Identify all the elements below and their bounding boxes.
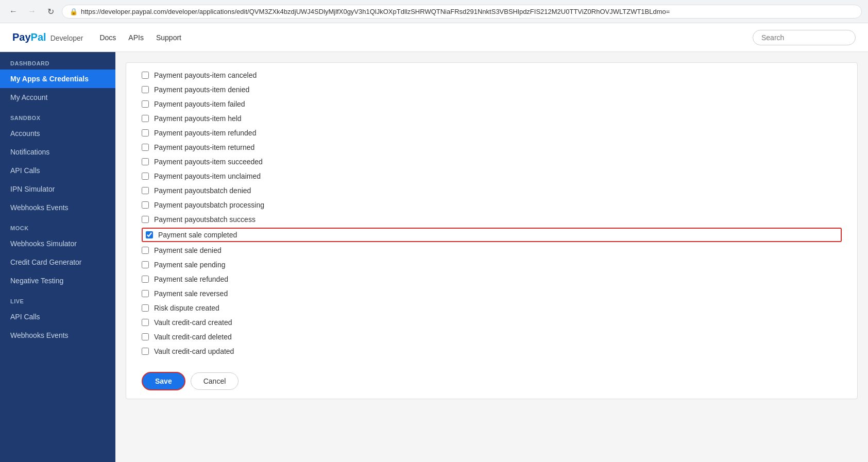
checkbox-cb12[interactable] xyxy=(146,231,153,238)
checkbox-label-cb19: Vault credit-card deleted xyxy=(154,333,232,341)
checkbox-label-cb8: Payment payouts-item unclaimed xyxy=(154,172,261,180)
checkbox-cb11[interactable] xyxy=(142,216,149,223)
checkbox-cb15[interactable] xyxy=(142,276,149,283)
checkbox-row: Payment sale refunded xyxy=(142,272,842,286)
browser-chrome: ← → ↻ 🔒 https://developer.paypal.com/dev… xyxy=(0,0,868,23)
checkbox-row: Payment payouts-item refunded xyxy=(142,126,842,140)
back-button[interactable]: ← xyxy=(6,4,21,19)
form-actions: Save Cancel xyxy=(126,364,857,399)
sidebar-item-negative-testing[interactable]: Negative Testing xyxy=(0,271,115,290)
checkbox-row: Payment payouts-item succeeded xyxy=(142,155,842,169)
sidebar-item-webhooks-simulator[interactable]: Webhooks Simulator xyxy=(0,234,115,253)
checkbox-label-cb14: Payment sale pending xyxy=(154,261,226,269)
cancel-button[interactable]: Cancel xyxy=(191,372,239,390)
checkbox-row-highlighted: Payment sale completed xyxy=(142,228,842,242)
sidebar-section-sandbox: SANDBOX xyxy=(0,107,115,124)
sidebar-item-my-apps[interactable]: My Apps & Credentials xyxy=(0,70,115,88)
checkbox-row: Payment payouts-item denied xyxy=(142,82,842,97)
checkbox-label-cb6: Payment payouts-item returned xyxy=(154,143,254,151)
checkbox-row: Payment sale pending xyxy=(142,258,842,272)
search-input[interactable] xyxy=(753,30,856,45)
checkbox-cb1[interactable] xyxy=(142,72,149,79)
forward-button[interactable]: → xyxy=(25,4,39,19)
checkbox-cb19[interactable] xyxy=(142,333,149,340)
checkbox-label-cb15: Payment sale refunded xyxy=(154,275,228,283)
checkbox-row: Payment payouts-item held xyxy=(142,111,842,126)
main-layout: DASHBOARD My Apps & Credentials My Accou… xyxy=(0,52,868,462)
checkbox-row: Payment payouts-item failed xyxy=(142,97,842,111)
checkbox-row: Payment sale denied xyxy=(142,243,842,258)
save-button[interactable]: Save xyxy=(142,372,185,390)
checkbox-cb3[interactable] xyxy=(142,100,149,108)
sidebar-section-mock: MOCK xyxy=(0,217,115,234)
checkbox-label-cb7: Payment payouts-item succeeded xyxy=(154,158,263,166)
checkbox-row: Vault credit-card deleted xyxy=(142,330,842,344)
checkbox-cb20[interactable] xyxy=(142,348,149,355)
sidebar-item-ipn-simulator[interactable]: IPN Simulator xyxy=(0,180,115,198)
checkbox-cb7[interactable] xyxy=(142,158,149,165)
checkbox-cb8[interactable] xyxy=(142,173,149,180)
checkbox-label-cb17: Risk dispute created xyxy=(154,304,219,312)
sidebar: DASHBOARD My Apps & Credentials My Accou… xyxy=(0,52,115,462)
checkbox-cb13[interactable] xyxy=(142,247,149,254)
header-nav: Docs APIs Support xyxy=(99,33,181,42)
checkbox-label-cb10: Payment payoutsbatch processing xyxy=(154,201,264,209)
checkbox-label-cb11: Payment payoutsbatch success xyxy=(154,215,256,224)
nav-support[interactable]: Support xyxy=(156,33,181,42)
checkbox-label-cb1: Payment payouts-item canceled xyxy=(154,71,257,79)
sidebar-item-live-api-calls[interactable]: API Calls xyxy=(0,307,115,326)
checkbox-label-cb13: Payment sale denied xyxy=(154,246,222,254)
sidebar-item-live-webhooks-events[interactable]: Webhooks Events xyxy=(0,326,115,345)
address-bar: 🔒 https://developer.paypal.com/developer… xyxy=(62,5,862,19)
checkbox-row: Vault credit-card updated xyxy=(142,344,842,358)
checkbox-label-cb3: Payment payouts-item failed xyxy=(154,100,245,108)
checkbox-row: Payment payoutsbatch processing xyxy=(142,198,842,212)
sidebar-section-dashboard: DASHBOARD xyxy=(0,52,115,70)
lock-icon: 🔒 xyxy=(70,8,78,15)
checkbox-row: Payment payouts-item returned xyxy=(142,140,842,155)
content-panel: Payment payouts-item canceledPayment pay… xyxy=(126,62,858,399)
sidebar-item-credit-card-generator[interactable]: Credit Card Generator xyxy=(0,253,115,271)
sidebar-item-notifications[interactable]: Notifications xyxy=(0,143,115,161)
checkbox-row: Payment payoutsbatch success xyxy=(142,212,842,227)
checkbox-label-cb9: Payment payoutsbatch denied xyxy=(154,186,251,195)
checkbox-label-cb4: Payment payouts-item held xyxy=(154,114,242,123)
checkbox-row: Payment payoutsbatch denied xyxy=(142,183,842,198)
checkbox-row: Risk dispute created xyxy=(142,301,842,315)
checkbox-cb2[interactable] xyxy=(142,86,149,93)
checkbox-cb10[interactable] xyxy=(142,201,149,209)
checkbox-label-cb5: Payment payouts-item refunded xyxy=(154,129,256,137)
checkbox-label-cb20: Vault credit-card updated xyxy=(154,347,234,355)
content-area: Payment payouts-item canceledPayment pay… xyxy=(115,52,868,462)
sidebar-item-accounts[interactable]: Accounts xyxy=(0,124,115,143)
checkbox-label-cb16: Payment sale reversed xyxy=(154,289,228,298)
checkbox-row: Payment payouts-item canceled xyxy=(142,68,842,82)
checkbox-list: Payment payouts-item canceledPayment pay… xyxy=(126,63,857,364)
checkbox-row: Vault credit-card created xyxy=(142,315,842,330)
checkbox-cb5[interactable] xyxy=(142,129,149,136)
sidebar-item-api-calls[interactable]: API Calls xyxy=(0,161,115,180)
paypal-logo: PayPal Developer xyxy=(12,31,83,43)
checkbox-label-cb18: Vault credit-card created xyxy=(154,318,232,327)
sidebar-item-my-account[interactable]: My Account xyxy=(0,88,115,107)
checkbox-label-cb2: Payment payouts-item denied xyxy=(154,85,249,94)
logo-developer: Developer xyxy=(50,34,83,42)
checkbox-label-cb12: Payment sale completed xyxy=(158,231,237,239)
address-text: https://developer.paypal.com/developer/a… xyxy=(81,8,854,15)
checkbox-cb14[interactable] xyxy=(142,261,149,268)
checkbox-cb18[interactable] xyxy=(142,319,149,326)
checkbox-cb9[interactable] xyxy=(142,187,149,194)
reload-button[interactable]: ↻ xyxy=(43,4,58,19)
checkbox-cb6[interactable] xyxy=(142,144,149,151)
checkbox-row: Payment sale reversed xyxy=(142,286,842,301)
checkbox-cb16[interactable] xyxy=(142,290,149,297)
app-header: PayPal Developer Docs APIs Support xyxy=(0,23,868,52)
logo-pay: PayPal xyxy=(12,31,46,43)
sidebar-section-live: LIVE xyxy=(0,290,115,307)
nav-apis[interactable]: APIs xyxy=(128,33,144,42)
nav-docs[interactable]: Docs xyxy=(99,33,116,42)
sidebar-item-webhooks-events[interactable]: Webhooks Events xyxy=(0,198,115,217)
checkbox-cb4[interactable] xyxy=(142,115,149,122)
checkbox-row: Payment payouts-item unclaimed xyxy=(142,169,842,183)
checkbox-cb17[interactable] xyxy=(142,304,149,312)
